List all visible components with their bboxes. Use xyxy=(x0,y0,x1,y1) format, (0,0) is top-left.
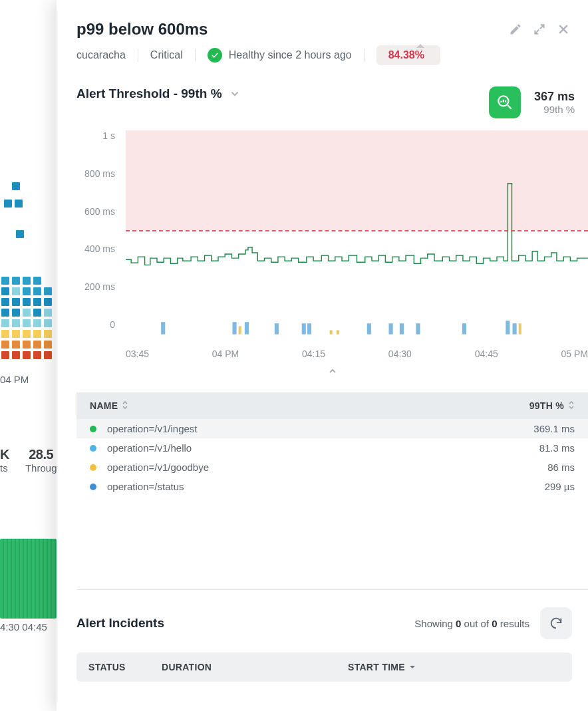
pencil-icon xyxy=(509,23,522,36)
collapse-handle[interactable] xyxy=(76,366,588,379)
expand-icon xyxy=(533,23,546,36)
y-tick: 800 ms xyxy=(84,168,115,179)
col-duration-header[interactable]: DURATION xyxy=(162,662,348,672)
col-status-header[interactable]: STATUS xyxy=(88,662,162,672)
sort-desc-icon xyxy=(409,664,416,670)
incidents-title: Alert Incidents xyxy=(76,616,404,631)
plot-area xyxy=(126,130,588,343)
op-value: 369.1 ms xyxy=(482,423,575,434)
x-axis: 03:45 04 PM 04:15 04:30 04:45 05 PM xyxy=(76,343,588,359)
col-value-header[interactable]: 99TH % xyxy=(482,400,575,411)
close-icon xyxy=(557,23,570,36)
x-tick: 04 PM xyxy=(212,349,239,359)
y-tick: 200 ms xyxy=(84,281,115,292)
metric-label: 99th % xyxy=(534,104,575,115)
severity-label: Critical xyxy=(150,49,183,61)
col-start-header[interactable]: START TIME xyxy=(348,662,560,672)
y-tick: 600 ms xyxy=(84,206,115,217)
series-dot xyxy=(90,484,96,490)
alert-incidents-section: Alert Incidents Showing 0 out of 0 resul… xyxy=(76,589,588,682)
incidents-table-header: STATUS DURATION START TIME xyxy=(76,652,572,682)
check-circle-icon xyxy=(208,48,222,63)
series-dot xyxy=(90,445,96,452)
y-tick: 0 xyxy=(110,319,115,330)
op-value: 86 ms xyxy=(482,462,575,473)
col-name-header[interactable]: NAME xyxy=(90,400,482,411)
op-name: operation=/v1/hello xyxy=(107,442,482,454)
y-tick: 400 ms xyxy=(84,243,115,254)
chart-line xyxy=(126,130,588,335)
detail-panel: p99 below 600ms cucaracha Critical Healt… xyxy=(57,0,588,711)
bg-x-label: 04 PM xyxy=(0,374,29,385)
search-chart-icon xyxy=(496,94,514,111)
error-pct-badge[interactable]: 84.38% xyxy=(376,45,440,65)
separator xyxy=(364,49,365,62)
table-header: NAME 99TH % xyxy=(76,392,588,419)
metric-value: 367 ms xyxy=(534,90,575,104)
table-row[interactable]: operation=/status299 µs xyxy=(76,477,588,496)
bg-sparkbar xyxy=(0,539,57,619)
edit-button[interactable] xyxy=(507,21,524,38)
bg-heatmap xyxy=(0,173,57,366)
series-dot xyxy=(90,426,96,432)
chevron-up-icon xyxy=(327,366,338,376)
sort-icon xyxy=(122,400,128,411)
expand-button[interactable] xyxy=(531,21,548,38)
x-tick: 04:15 xyxy=(302,349,325,359)
y-tick: 1 s xyxy=(102,130,115,141)
op-name: operation=/v1/goodbye xyxy=(107,462,482,473)
metric-readout: 367 ms 99th % xyxy=(534,90,575,115)
separator xyxy=(138,49,138,62)
chart-title-dropdown[interactable]: Alert Threshold - 99th % xyxy=(76,86,241,101)
service-name[interactable]: cucaracha xyxy=(76,49,126,61)
latency-chart[interactable]: 1 s 800 ms 600 ms 400 ms 200 ms 0 xyxy=(76,130,588,343)
table-row[interactable]: operation=/v1/ingest369.1 ms xyxy=(76,419,588,438)
op-name: operation=/v1/ingest xyxy=(107,423,482,434)
sort-icon xyxy=(568,400,575,411)
x-tick: 04:30 xyxy=(388,349,412,359)
x-tick: 05 PM xyxy=(561,349,587,359)
y-axis: 1 s 800 ms 600 ms 400 ms 200 ms 0 xyxy=(76,130,118,343)
alert-title: p99 below 600ms xyxy=(76,20,500,39)
op-value: 299 µs xyxy=(482,481,575,492)
health-status: Healthy since 2 hours ago xyxy=(208,48,352,63)
bg-kpi: K ts 28.5 Throug xyxy=(0,447,57,474)
chart-title-text: Alert Threshold - 99th % xyxy=(76,86,222,101)
op-value: 81.3 ms xyxy=(482,442,575,454)
incidents-summary: Showing 0 out of 0 results xyxy=(414,618,529,629)
refresh-icon xyxy=(549,616,563,631)
view-in-explorer-button[interactable] xyxy=(489,86,521,118)
op-name: operation=/status xyxy=(107,481,482,492)
chevron-down-icon xyxy=(229,88,241,100)
bg-x-label-2: 4:30 04:45 xyxy=(0,621,47,633)
x-tick: 04:45 xyxy=(475,349,498,359)
table-row[interactable]: operation=/v1/hello81.3 ms xyxy=(76,438,588,458)
operations-table: NAME 99TH % operation=/v1/ingest369.1 ms… xyxy=(76,392,588,496)
series-dot xyxy=(90,464,96,471)
status-text: Healthy since 2 hours ago xyxy=(229,49,352,61)
refresh-button[interactable] xyxy=(540,607,572,639)
table-row[interactable]: operation=/v1/goodbye86 ms xyxy=(76,458,588,477)
x-tick: 03:45 xyxy=(126,349,149,359)
close-button[interactable] xyxy=(555,21,572,38)
separator xyxy=(195,49,196,62)
